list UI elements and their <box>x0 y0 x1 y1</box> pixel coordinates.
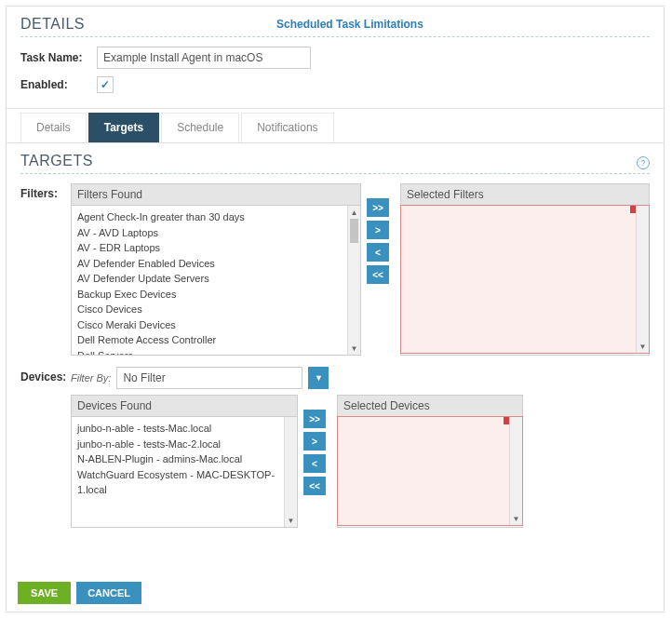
selected-devices-panel: Selected Devices ▼ <box>337 395 523 528</box>
list-item[interactable]: WatchGuard Ecosystem - MAC-DESKTOP-1.loc… <box>77 467 291 498</box>
devices-transfer-buttons: >> > < << <box>298 395 331 528</box>
scroll-down-icon[interactable]: ▼ <box>510 512 522 525</box>
filter-by-label: Filter By: <box>71 372 111 384</box>
selected-filters-header: Selected Filters <box>401 184 649 206</box>
divider <box>20 36 650 37</box>
tab-details[interactable]: Details <box>20 113 87 142</box>
tab-schedule[interactable]: Schedule <box>161 113 239 142</box>
filter-by-input[interactable] <box>116 367 302 389</box>
scrollbar[interactable]: ▼ <box>284 417 297 527</box>
selected-filters-list[interactable]: ▼ <box>400 205 650 354</box>
filter-by-dropdown-button[interactable]: ▼ <box>308 367 329 389</box>
devices-label: Devices: <box>20 367 71 528</box>
list-item[interactable]: Agent Check-In greater than 30 days <box>77 209 355 225</box>
selected-devices-header: Selected Devices <box>338 396 522 417</box>
list-item[interactable]: AV Defender Enabled Devices <box>77 256 355 272</box>
selected-filters-panel: Selected Filters ▼ <box>400 183 650 356</box>
devices-found-list[interactable]: junbo-n-able - tests-Mac.local junbo-n-a… <box>72 417 297 527</box>
scroll-down-icon[interactable]: ▼ <box>348 342 360 355</box>
filters-found-header: Filters Found <box>72 184 360 206</box>
targets-section: TARGETS ? Filters: Filters Found Agent C… <box>7 143 664 548</box>
remove-button[interactable]: < <box>303 454 326 473</box>
selected-devices-list[interactable]: ▼ <box>337 416 523 526</box>
scrollbar[interactable]: ▲ ▼ <box>347 206 360 355</box>
filters-found-panel: Filters Found Agent Check-In greater tha… <box>71 183 361 356</box>
task-name-label: Task Name: <box>20 51 97 64</box>
filter-by-row: Filter By: ▼ <box>71 367 523 389</box>
scroll-down-icon[interactable]: ▼ <box>637 340 649 353</box>
add-button[interactable]: > <box>303 432 326 451</box>
save-button[interactable]: SAVE <box>18 582 71 604</box>
list-item[interactable]: junbo-n-able - tests-Mac.local <box>77 421 291 437</box>
enabled-row: Enabled: ✓ <box>20 76 650 93</box>
devices-found-panel: Devices Found junbo-n-able - tests-Mac.l… <box>71 395 298 528</box>
list-item[interactable]: Dell Servers <box>77 348 355 356</box>
scroll-up-icon[interactable]: ▲ <box>348 206 360 219</box>
list-item[interactable]: Cisco Meraki Devices <box>77 317 355 333</box>
remove-button[interactable]: < <box>367 243 389 262</box>
add-button[interactable]: > <box>367 221 389 239</box>
remove-all-button[interactable]: << <box>303 477 326 495</box>
scroll-thumb[interactable] <box>350 219 358 243</box>
help-icon[interactable]: ? <box>637 156 650 169</box>
list-item[interactable]: junbo-n-able - tests-Mac-2.local <box>77 437 291 452</box>
list-item[interactable]: AV - AVD Laptops <box>77 225 355 241</box>
add-all-button[interactable]: >> <box>367 198 389 217</box>
scroll-down-icon[interactable]: ▼ <box>285 514 297 527</box>
filters-label: Filters: <box>20 183 71 356</box>
scrollbar[interactable]: ▼ <box>509 417 522 525</box>
tab-notifications[interactable]: Notifications <box>241 113 333 142</box>
tabs-bar: Details Targets Schedule Notifications <box>7 108 664 143</box>
add-all-button[interactable]: >> <box>303 410 326 428</box>
scrollbar[interactable]: ▼ <box>636 206 649 353</box>
devices-found-header: Devices Found <box>72 396 297 417</box>
footer-buttons: SAVE CANCEL <box>18 582 141 604</box>
divider <box>20 173 650 174</box>
list-item[interactable]: Dell Remote Access Controller <box>77 332 355 348</box>
list-item[interactable]: N-ABLEN-Plugin - admins-Mac.local <box>77 451 291 467</box>
cancel-button[interactable]: CANCEL <box>76 582 141 604</box>
app-window: Scheduled Task Limitations DETAILS Task … <box>6 6 665 612</box>
filters-row: Filters: Filters Found Agent Check-In gr… <box>20 183 650 356</box>
targets-title: TARGETS <box>20 153 93 169</box>
list-item[interactable]: Backup Exec Devices <box>77 287 355 303</box>
devices-row: Devices: Filter By: ▼ Devices Found junb… <box>20 367 650 528</box>
task-name-input[interactable] <box>97 47 311 69</box>
list-item[interactable]: AV Defender Update Servers <box>77 271 355 287</box>
task-name-row: Task Name: <box>20 47 650 69</box>
enabled-label: Enabled: <box>20 78 97 91</box>
enabled-checkbox[interactable]: ✓ <box>97 76 114 93</box>
list-item[interactable]: AV - EDR Laptops <box>77 240 355 256</box>
tab-targets[interactable]: Targets <box>88 113 159 142</box>
remove-all-button[interactable]: << <box>367 265 389 284</box>
filters-transfer-buttons: >> > < << <box>361 183 395 356</box>
scheduled-task-limitations-link[interactable]: Scheduled Task Limitations <box>276 18 423 31</box>
list-item[interactable]: Cisco Devices <box>77 302 355 317</box>
filters-found-list[interactable]: Agent Check-In greater than 30 days AV -… <box>72 206 360 355</box>
